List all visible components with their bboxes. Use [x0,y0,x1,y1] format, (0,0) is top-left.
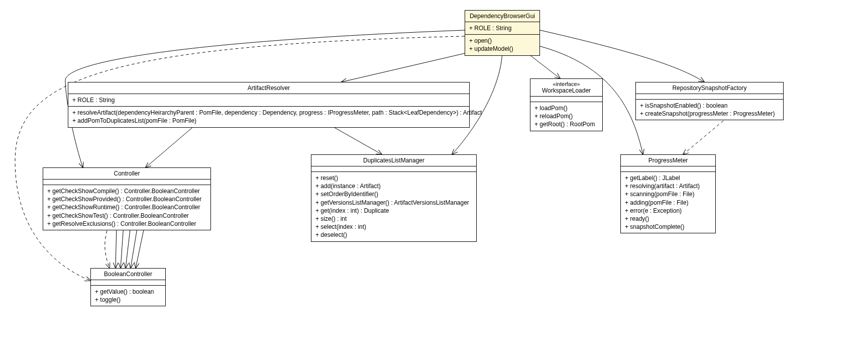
op-row: + getCheckShowRuntime() : Controller.Boo… [47,203,206,211]
class-controller: Controller + getCheckShowCompile() : Con… [43,167,211,230]
op-row: + scanning(pomFile : File) [625,190,711,198]
op-row: + getCheckShowTest() : Controller.Boolea… [47,212,206,220]
op-row: + createSnapshot(progressMeter : Progres… [640,110,779,118]
op-row: + getValue() : boolean [95,288,161,296]
attr-row: + ROLE : String [469,24,535,32]
op-row: + getCheckShowCompile() : Controller.Boo… [47,187,206,195]
op-row: + error(e : Exception) [625,207,711,215]
class-dependency-browser-gui: DependencyBrowserGui + ROLE : String + o… [465,10,540,56]
op-row: + isSnapshotEnabled() : boolean [640,102,779,110]
class-boolean-controller: BooleanController + getValue() : boolean… [90,268,166,306]
op-row: + updateModel() [469,45,535,53]
class-progress-meter: ProgressMeter + getLabel() : JLabel + re… [620,154,716,233]
op-row: + deselect() [315,231,472,239]
class-repository-snapshot-factory: RepositorySnapshotFactory + isSnapshotEn… [635,82,784,120]
op-row: + snapshotComplete() [625,223,711,231]
class-title: RepositorySnapshotFactory [672,84,746,92]
op-row: + getVersionsListManager() : ArtifactVer… [315,199,472,207]
op-row: + reloadPom() [534,112,598,120]
op-row: + setOrderByIdentifier() [315,190,472,198]
op-row: + select(index : int) [315,223,472,231]
class-artifact-resolver: ArtifactResolver + ROLE : String + resol… [68,82,470,128]
class-duplicates-list-manager: DuplicatesListManager + reset() + add(in… [311,154,477,242]
op-row: + getRoot() : RootPom [534,120,598,128]
op-row: + get(index : int) : Duplicate [315,207,472,215]
class-title: DependencyBrowserGui [470,13,535,20]
op-row: + reset() [315,174,472,182]
op-row: + ready() [625,215,711,223]
op-row: + getCheckShowProvided() : Controller.Bo… [47,195,206,203]
op-row: + resolving(artifact : Artifact) [625,182,711,190]
op-row: + add(instance : Artifact) [315,182,472,190]
op-row: + adding(pomFile : File) [625,199,711,207]
stereotype: «interface» [533,81,599,87]
op-row: + toggle() [95,296,161,304]
class-title: ArtifactResolver [248,84,290,92]
class-title: DuplicatesListManager [363,157,424,164]
op-row: + size() : int [315,215,472,223]
attr-row: + ROLE : String [72,96,465,104]
class-title: Controller [114,170,140,177]
class-title: BooleanController [104,271,152,278]
op-row: + resolveArtifact(dependencyHeirarchyPar… [72,109,465,117]
class-title: WorkspaceLoader [542,87,591,94]
op-row: + open() [469,37,535,45]
class-title: ProgressMeter [648,157,688,164]
op-row: + loadPom() [534,104,598,112]
op-row: + getResolveExclusions() : Controller.Bo… [47,220,206,228]
op-row: + getLabel() : JLabel [625,174,711,182]
class-workspace-loader: «interface» WorkspaceLoader + loadPom() … [530,78,603,131]
op-row: + addPomToDuplicatesList(pomFile : PomFi… [72,117,465,125]
